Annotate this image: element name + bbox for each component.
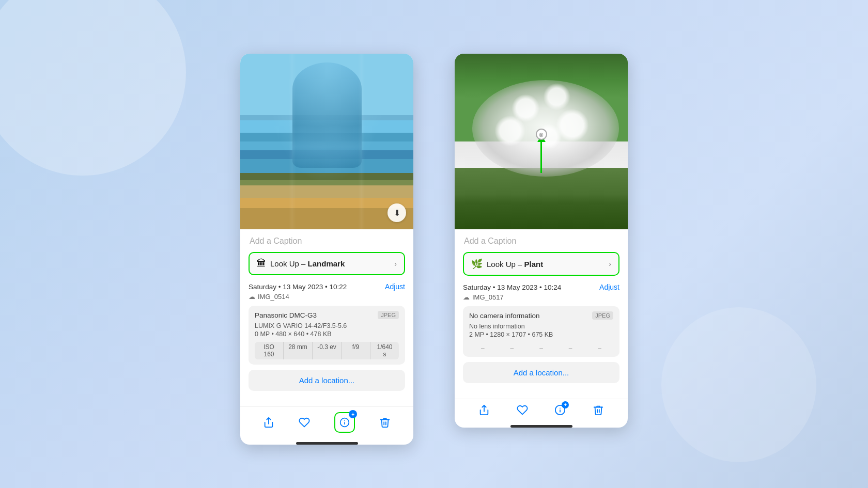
camera-settings-1: ISO 160 28 mm -0.3 ev f/9 1/640 s: [255, 342, 399, 359]
phone2-content: Add a Caption 🌿 Look Up – Plant › Saturd…: [455, 229, 628, 399]
shutter-setting: 1/640 s: [370, 342, 399, 359]
arrow-circle: ◎: [536, 129, 547, 140]
arrow-line: [540, 142, 542, 173]
no-camera-settings-2: – – – – –: [469, 342, 613, 352]
home-indicator-1: [296, 442, 358, 445]
delete-button-2[interactable]: [593, 404, 604, 416]
filename-row-1: ☁ IMG_0514: [249, 293, 405, 301]
phone-card-2: ◎ Add a Caption 🌿 Look Up – Plant › Satu…: [455, 54, 628, 428]
meta-row-1: Saturday • 13 May 2023 • 10:22 Adjust: [249, 282, 405, 291]
camera-dims-2: 2 MP • 1280 × 1707 • 675 KB: [469, 331, 613, 338]
building-overlay: [240, 54, 413, 229]
phone-card-1: ⬇ Add a Caption 🏛 Look Up – Landmark › S…: [240, 54, 413, 445]
phones-container: ⬇ Add a Caption 🏛 Look Up – Landmark › S…: [240, 43, 628, 445]
photo-date-2: Saturday • 13 May 2023 • 10:24: [463, 284, 561, 291]
meta-row-2: Saturday • 13 May 2023 • 10:24 Adjust: [463, 283, 619, 291]
share-button-2[interactable]: [478, 404, 490, 416]
lookup-plant-text: Look Up – Plant: [487, 260, 605, 269]
building-photo: [240, 54, 413, 229]
info-button-2[interactable]: +: [554, 404, 566, 416]
camera-dims-1: 0 MP • 480 × 640 • 478 KB: [255, 330, 399, 338]
home-indicator-2: [510, 425, 572, 428]
lookup-landmark-text: Look Up – Landmark: [270, 259, 390, 268]
dash-4: –: [557, 344, 584, 352]
info-badge-2: +: [562, 401, 569, 408]
cloud-icon-1: ☁: [249, 293, 255, 301]
iso-setting: ISO 160: [255, 342, 284, 359]
camera-header-1: Panasonic DMC-G3 JPEG: [255, 311, 399, 319]
heart-button-2[interactable]: [517, 404, 528, 416]
bottom-toolbar-2: +: [455, 399, 628, 423]
heart-button-1[interactable]: [299, 417, 310, 428]
camera-name-2: No camera information: [469, 312, 540, 320]
format-badge-2: JPEG: [592, 311, 613, 320]
add-location-button-2[interactable]: Add a location...: [463, 362, 619, 383]
info-badge-1: +: [349, 410, 357, 418]
adjust-button-1[interactable]: Adjust: [385, 282, 405, 291]
landmark-icon: 🏛: [257, 258, 266, 269]
camera-info-box-1: Panasonic DMC-G3 JPEG LUMIX G VARIO 14-4…: [249, 306, 405, 365]
photo-date-1: Saturday • 13 May 2023 • 10:22: [249, 283, 347, 291]
camera-lens-1: LUMIX G VARIO 14-42/F3.5-5.6: [255, 322, 399, 329]
green-arrow: ◎: [537, 135, 546, 173]
add-location-button-1[interactable]: Add a location...: [249, 370, 405, 391]
dash-2: –: [499, 344, 526, 352]
download-button[interactable]: ⬇: [388, 203, 406, 222]
filename-2: IMG_0517: [472, 293, 504, 301]
aperture-setting: f/9: [342, 342, 370, 359]
camera-name-1: Panasonic DMC-G3: [255, 311, 317, 319]
filename-1: IMG_0514: [258, 293, 289, 301]
photo-flowers: ◎: [455, 54, 628, 229]
camera-header-2: No camera information JPEG: [469, 311, 613, 320]
dash-3: –: [528, 344, 555, 352]
delete-button-1[interactable]: [379, 417, 391, 428]
caption-field-1[interactable]: Add a Caption: [249, 237, 405, 246]
info-box-1: +: [334, 412, 355, 433]
phone1-content: Add a Caption 🏛 Look Up – Landmark › Sat…: [240, 229, 413, 406]
ev-setting: -0.3 ev: [313, 342, 342, 359]
plant-icon: 🌿: [471, 258, 483, 270]
format-badge-1: JPEG: [378, 311, 399, 319]
cloud-icon-2: ☁: [463, 293, 470, 301]
caption-field-2[interactable]: Add a Caption: [463, 237, 619, 246]
lookup-landmark-button[interactable]: 🏛 Look Up – Landmark ›: [249, 252, 405, 275]
photo-building: ⬇: [240, 54, 413, 229]
lookup-plant-button[interactable]: 🌿 Look Up – Plant ›: [463, 252, 619, 276]
bottom-toolbar-1: +: [240, 406, 413, 440]
focal-setting: 28 mm: [284, 342, 313, 359]
chevron-right-icon: ›: [394, 260, 397, 268]
info-button-1[interactable]: +: [334, 412, 355, 433]
adjust-button-2[interactable]: Adjust: [599, 283, 619, 291]
filename-row-2: ☁ IMG_0517: [463, 293, 619, 301]
chevron-right-icon-2: ›: [609, 260, 611, 268]
dash-1: –: [469, 344, 497, 352]
camera-info-box-2: No camera information JPEG No lens infor…: [463, 306, 619, 357]
camera-lens-2: No lens information: [469, 323, 613, 330]
dash-5: –: [586, 344, 613, 352]
share-button-1[interactable]: [263, 417, 274, 428]
